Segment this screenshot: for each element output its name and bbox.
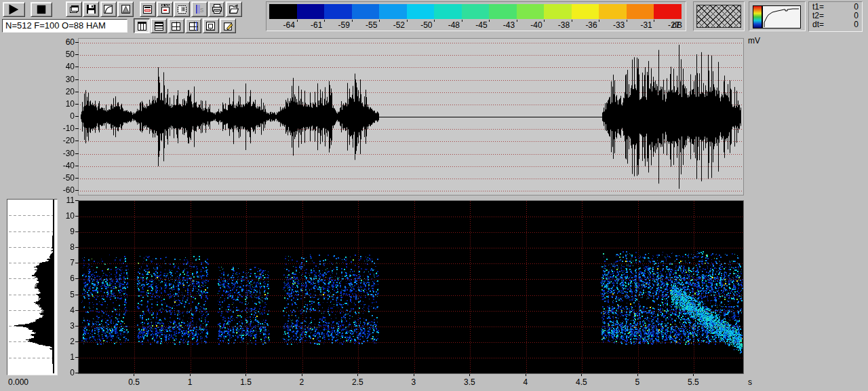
grid-cross-cursor-button[interactable] xyxy=(185,18,201,33)
printer-icon xyxy=(211,3,222,15)
readout-label: dt= xyxy=(812,20,824,29)
colorbar-cell xyxy=(297,4,325,19)
waveform-ytick xyxy=(75,42,79,43)
waveform-ytick xyxy=(75,128,79,129)
edit-pencil-icon xyxy=(222,20,234,32)
spectrogram-ytick-label: 6 xyxy=(49,274,75,283)
colorbar-cell xyxy=(269,4,297,19)
time-tick xyxy=(190,374,191,376)
spectrum-cursor-readout: 0.000 xyxy=(8,377,28,387)
stop-button[interactable] xyxy=(31,2,52,17)
waveform-ytick-label: 50 xyxy=(49,50,75,59)
grid-cross-button[interactable] xyxy=(168,18,184,33)
colorbar-cell xyxy=(462,4,490,19)
play-icon xyxy=(7,3,21,16)
display-options-button[interactable] xyxy=(140,1,156,17)
colorbar-db-label: -40 xyxy=(526,20,547,30)
waveform-ytick-label: 0 xyxy=(49,111,75,121)
colorbar-db-label: -27 xyxy=(664,20,684,30)
spectrogram-ytick-label: 8 xyxy=(49,242,75,252)
save-button[interactable] xyxy=(83,1,99,17)
time-tick-label: 2 xyxy=(290,377,314,387)
palette-region-button[interactable] xyxy=(174,1,190,17)
colorbar-cell xyxy=(544,4,572,19)
copy-windows-icon xyxy=(68,3,80,15)
window-function-button[interactable] xyxy=(117,1,134,17)
waveform-display[interactable] xyxy=(78,38,744,196)
svg-text:s: s xyxy=(200,5,203,14)
spectrogram-ytick xyxy=(75,341,79,342)
waveform-ytick xyxy=(75,153,79,154)
spectrogram-ytick xyxy=(75,373,79,373)
freq-ruler-icon xyxy=(159,3,171,15)
time-tick xyxy=(581,374,582,376)
waveform-ytick xyxy=(75,178,79,179)
colorbar-db-label: -43 xyxy=(498,20,519,30)
time-tick-label: 4 xyxy=(513,377,538,387)
time-tick xyxy=(526,374,526,376)
time-tick xyxy=(469,374,470,376)
frequency-scale-button[interactable] xyxy=(157,1,173,17)
time-tick xyxy=(693,374,694,376)
time-tick-label: 0.5 xyxy=(121,377,146,387)
colorbar-cell xyxy=(517,4,545,19)
colorbar-db-label: -33 xyxy=(609,20,629,30)
time-tick-label: 3.5 xyxy=(457,377,481,387)
spectrogram-display[interactable] xyxy=(78,200,744,374)
play-button[interactable] xyxy=(3,2,25,17)
waveform-ytick xyxy=(75,166,79,166)
analysis-settings-field: N=512 F=100 O=88 HAM xyxy=(2,19,127,33)
crosshatch-pattern-box xyxy=(693,1,745,31)
spectrum-slice-icon: s xyxy=(193,3,205,15)
colorbar-cell xyxy=(572,4,599,19)
spectrogram-ytick xyxy=(75,200,79,201)
gain-curve-button[interactable] xyxy=(100,1,117,17)
spectrogram-ytick xyxy=(75,263,79,263)
waveform-ytick xyxy=(75,92,79,92)
print-button[interactable] xyxy=(208,1,224,17)
colorbar-cell xyxy=(434,4,462,19)
readout-row: dt=0 xyxy=(809,20,862,29)
cursor-readout-panel: t1=0t2=0dt=0 xyxy=(808,1,863,32)
grid-horizontal-button[interactable] xyxy=(151,18,167,33)
transfer-curve-box xyxy=(762,5,801,29)
spectrum-slice-button[interactable]: s xyxy=(191,1,208,17)
readout-value: 0 xyxy=(854,20,859,29)
colorbar-db-label: -31 xyxy=(636,20,656,30)
colorbar-cell xyxy=(599,4,627,19)
spectrogram-ytick xyxy=(75,326,79,327)
waveform-ytick-label: 30 xyxy=(49,75,75,84)
grid-box-button[interactable] xyxy=(203,18,219,33)
spectrogram-ytick-label: 4 xyxy=(49,305,75,315)
time-tick xyxy=(414,374,414,376)
spectrogram-ytick xyxy=(75,278,79,279)
gain-curve-icon xyxy=(102,3,114,15)
colorbar-db-label: -61 xyxy=(307,20,327,30)
spectrogram-ytick xyxy=(75,310,79,311)
waveform-ytick xyxy=(75,104,79,105)
time-tick xyxy=(134,374,134,376)
colorbar-db-label: -45 xyxy=(471,20,492,30)
time-tick-label: 1 xyxy=(178,377,202,387)
crosshatch-pattern xyxy=(696,5,741,28)
time-tick-label: 2.5 xyxy=(345,377,370,387)
colorbar-db-label: -38 xyxy=(554,20,574,30)
waveform-ytick-label: -30 xyxy=(49,149,75,158)
db-colorbar-panel: dB -64-61-59-55-52-50-48-45-43-40-38-36-… xyxy=(266,1,686,31)
waveform-ytick-label: 40 xyxy=(49,62,75,71)
copy-display-button[interactable] xyxy=(66,1,82,17)
open-button[interactable] xyxy=(226,1,242,17)
grid-vertical-button[interactable] xyxy=(134,18,150,33)
time-tick xyxy=(245,374,246,376)
colorbar-db-label: -36 xyxy=(581,20,601,30)
time-unit-label: s xyxy=(748,377,752,387)
palette-transfer-box xyxy=(749,1,806,31)
colorbar-cell xyxy=(407,4,435,19)
transfer-curve-icon xyxy=(763,6,800,28)
waveform-ytick-label: -40 xyxy=(49,161,75,170)
colorbar-cell xyxy=(379,4,407,19)
edit-button[interactable] xyxy=(220,18,236,33)
waveform-ytick-label: 10 xyxy=(49,99,75,109)
waveform-ytick xyxy=(75,141,79,141)
colorbar-db-label: -55 xyxy=(361,20,382,30)
